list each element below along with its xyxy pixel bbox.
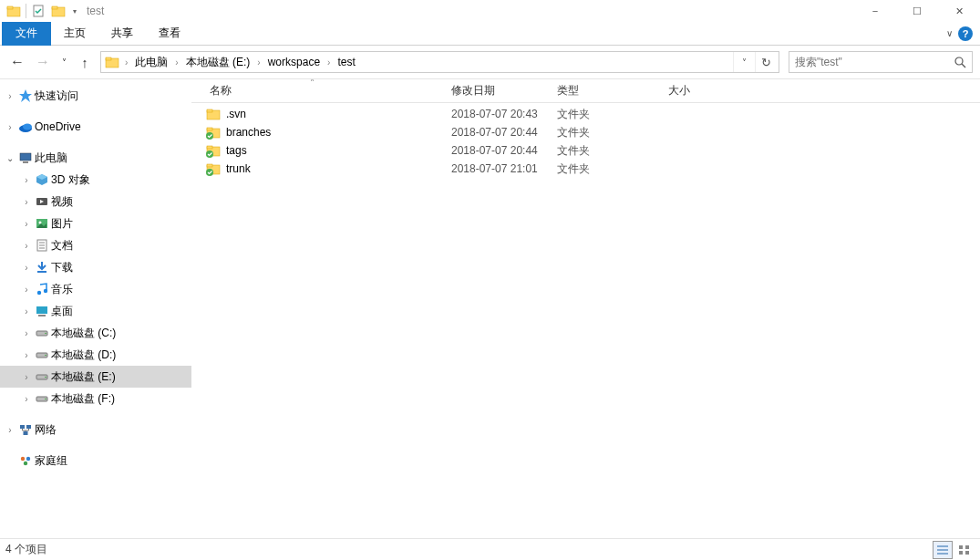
- tree-item-label: 快速访问: [35, 88, 78, 104]
- tree-item[interactable]: 家庭组: [0, 450, 191, 472]
- address-dropdown-icon[interactable]: ˅: [733, 52, 755, 72]
- address-folder-icon: [103, 55, 121, 69]
- minimize-button[interactable]: −: [854, 0, 896, 22]
- chevron-right-icon[interactable]: ›: [20, 285, 33, 295]
- star-icon: [16, 88, 35, 103]
- tree-item[interactable]: ›图片: [0, 213, 191, 234]
- pc-icon: [16, 150, 35, 165]
- svg-rect-6: [106, 57, 111, 60]
- ribbon-tab-file[interactable]: 文件: [2, 22, 51, 46]
- title-bar: ▾ test − ☐ ✕: [0, 0, 980, 22]
- breadcrumb-sep-icon[interactable]: ›: [324, 57, 334, 67]
- onedrive-icon: [16, 119, 35, 134]
- column-header-name[interactable]: 名称: [204, 83, 446, 99]
- svg-rect-47: [207, 146, 212, 149]
- homegroup-icon: [16, 453, 35, 468]
- recent-dropdown-icon[interactable]: ˅: [58, 52, 69, 72]
- properties-icon[interactable]: [28, 1, 48, 21]
- file-row[interactable]: tags2018-07-07 20:44文件夹: [191, 141, 980, 160]
- tree-item[interactable]: ⌄此电脑: [0, 147, 191, 169]
- tree-item-label: 图片: [51, 216, 73, 232]
- svg-point-7: [955, 57, 963, 65]
- tree-item[interactable]: ›快速访问: [0, 85, 191, 107]
- svg-point-34: [45, 399, 46, 400]
- tree-item-label: 文档: [51, 238, 73, 254]
- chevron-right-icon[interactable]: ›: [20, 263, 33, 273]
- breadcrumb-sep-icon[interactable]: ›: [171, 57, 181, 67]
- tree-item[interactable]: ›视频: [0, 191, 191, 213]
- file-date: 2018-07-07 20:44: [446, 144, 552, 157]
- tree-item-label: 音乐: [51, 282, 73, 297]
- chevron-right-icon[interactable]: ›: [20, 241, 33, 251]
- column-header-size[interactable]: 大小: [663, 83, 736, 99]
- ribbon-tab-share[interactable]: 共享: [98, 22, 146, 46]
- chevron-right-icon[interactable]: ›: [20, 372, 33, 382]
- tree-item[interactable]: ›文档: [0, 234, 191, 256]
- tree-item[interactable]: ›桌面: [0, 300, 191, 322]
- file-list: .svn2018-07-07 20:43文件夹branches2018-07-0…: [191, 103, 980, 538]
- open-folder-icon[interactable]: [48, 1, 68, 21]
- chevron-right-icon[interactable]: ›: [4, 91, 16, 101]
- network-icon: [16, 422, 35, 437]
- svg-rect-57: [959, 551, 963, 555]
- svg-rect-36: [26, 425, 31, 429]
- chevron-right-icon[interactable]: ›: [20, 350, 33, 360]
- tree-item[interactable]: ›OneDrive: [0, 116, 191, 138]
- search-box[interactable]: [789, 51, 973, 73]
- forward-button[interactable]: →: [33, 52, 53, 72]
- file-row[interactable]: trunk2018-07-07 21:01文件夹: [191, 160, 980, 178]
- svg-point-23: [37, 291, 41, 295]
- tree-item[interactable]: ›网络: [0, 419, 191, 441]
- breadcrumb-sep-icon[interactable]: ›: [121, 57, 131, 67]
- tree-item[interactable]: ›下载: [0, 256, 191, 278]
- file-row[interactable]: branches2018-07-07 20:44文件夹: [191, 123, 980, 141]
- address-bar[interactable]: › 此电脑 › 本地磁盘 (E:) › workspace › test ˅ ↻: [100, 51, 779, 73]
- column-header-type[interactable]: 类型: [552, 83, 663, 99]
- help-icon[interactable]: ?: [958, 26, 973, 41]
- tree-item[interactable]: ›本地磁盘 (F:): [0, 388, 191, 410]
- chevron-right-icon[interactable]: ›: [20, 306, 33, 316]
- maximize-button[interactable]: ☐: [896, 0, 938, 22]
- tree-item[interactable]: ›本地磁盘 (D:): [0, 344, 191, 366]
- tree-item[interactable]: ›本地磁盘 (E:): [0, 366, 191, 388]
- qat-dropdown-icon[interactable]: ▾: [68, 1, 81, 21]
- ribbon-collapse-icon[interactable]: ∨: [946, 28, 953, 38]
- breadcrumb-item-pc[interactable]: 此电脑: [131, 55, 171, 70]
- file-type: 文件夹: [552, 143, 663, 159]
- main-area: ›快速访问›OneDrive⌄此电脑›3D 对象›视频›图片›文档›下载›音乐›…: [0, 78, 980, 538]
- chevron-right-icon[interactable]: ›: [20, 394, 33, 404]
- ribbon-tab-view[interactable]: 查看: [146, 22, 193, 46]
- icons-view-button[interactable]: [954, 541, 975, 559]
- chevron-right-icon[interactable]: ›: [4, 122, 16, 132]
- chevron-right-icon[interactable]: ›: [20, 197, 33, 207]
- svg-point-38: [21, 457, 25, 461]
- chevron-right-icon[interactable]: ›: [20, 328, 33, 338]
- details-view-button[interactable]: [933, 541, 953, 559]
- refresh-button[interactable]: ↻: [755, 52, 777, 72]
- tree-item-label: 家庭组: [35, 453, 67, 469]
- svg-point-32: [45, 377, 46, 379]
- breadcrumb-item-test[interactable]: test: [334, 56, 358, 68]
- tree-item[interactable]: ›3D 对象: [0, 169, 191, 191]
- file-date: 2018-07-07 20:43: [446, 108, 552, 120]
- back-button[interactable]: ←: [7, 52, 27, 72]
- breadcrumb-item-drive[interactable]: 本地磁盘 (E:): [182, 55, 254, 70]
- file-row[interactable]: .svn2018-07-07 20:43文件夹: [191, 105, 980, 123]
- chevron-right-icon[interactable]: ›: [20, 219, 33, 229]
- up-button[interactable]: ↑: [75, 52, 95, 72]
- svg-rect-26: [38, 315, 46, 316]
- search-input[interactable]: [795, 56, 954, 68]
- breadcrumb-item-workspace[interactable]: workspace: [264, 56, 324, 68]
- sort-indicator-icon: ˄: [310, 78, 315, 88]
- chevron-right-icon[interactable]: ›: [4, 425, 16, 435]
- tree-item[interactable]: ›音乐: [0, 278, 191, 300]
- close-button[interactable]: ✕: [938, 0, 980, 22]
- ribbon-tab-home[interactable]: 主页: [51, 22, 98, 46]
- folder-icon: [204, 143, 222, 158]
- search-icon[interactable]: [954, 57, 966, 68]
- chevron-right-icon[interactable]: ›: [20, 175, 33, 185]
- chevron-down-icon[interactable]: ⌄: [4, 153, 16, 163]
- breadcrumb-sep-icon[interactable]: ›: [253, 57, 263, 67]
- tree-item[interactable]: ›本地磁盘 (C:): [0, 322, 191, 344]
- column-header-date[interactable]: 修改日期: [446, 83, 552, 99]
